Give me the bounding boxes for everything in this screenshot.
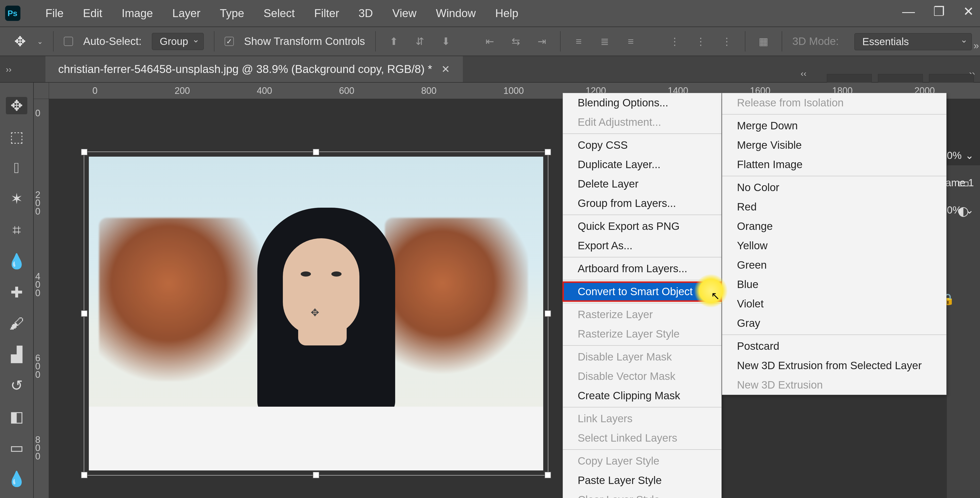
menu-image[interactable]: Image <box>112 7 162 20</box>
menu-item-quick-export-as-png[interactable]: Quick Export as PNG <box>563 217 721 236</box>
eraser-tool[interactable]: ◧ <box>6 408 27 425</box>
align-hcenter-icon[interactable]: ⇆ <box>508 33 524 49</box>
ruler-tick: 800 <box>35 436 45 460</box>
dist-left-icon[interactable]: ⋮ <box>667 33 682 49</box>
move-tool[interactable]: ✥ <box>6 97 27 114</box>
menu-item-green[interactable]: Green <box>722 255 946 275</box>
ruler-corner <box>34 82 49 99</box>
dist-top-icon[interactable]: ≡ <box>571 33 587 49</box>
marquee-tool[interactable]: ⬚ <box>6 128 27 146</box>
window-controls: — ❐ ✕ <box>902 4 974 19</box>
menu-item-gray[interactable]: Gray <box>722 314 946 333</box>
transform-handle[interactable] <box>544 149 551 155</box>
menu-3d[interactable]: 3D <box>349 7 383 20</box>
menu-type[interactable]: Type <box>210 7 254 20</box>
menu-item-copy-css[interactable]: Copy CSS <box>563 135 721 155</box>
menu-item-yellow[interactable]: Yellow <box>722 236 946 255</box>
menu-item-flatten-image[interactable]: Flatten Image <box>722 155 946 174</box>
chevron-down-icon[interactable]: ⌄ <box>965 204 974 216</box>
align-top-icon[interactable]: ⬆ <box>386 33 402 49</box>
align-bottom-icon[interactable]: ⬇ <box>438 33 454 49</box>
menu-item-create-clipping-mask[interactable]: Create Clipping Mask <box>563 386 721 405</box>
transform-checkbox[interactable]: ✓ <box>224 37 234 46</box>
menu-item-convert-to-smart-object[interactable]: Convert to Smart Object↖ <box>563 282 721 301</box>
spot-heal-tool[interactable]: ✚ <box>6 284 27 301</box>
auto-select-label: Auto-Select: <box>83 35 142 48</box>
menu-item-blue[interactable]: Blue <box>722 275 946 294</box>
transform-handle[interactable] <box>544 310 551 317</box>
gradient-tool[interactable]: ▭ <box>6 439 27 457</box>
options-overflow-icon[interactable]: » <box>974 40 979 51</box>
crop-tool[interactable]: ⌗ <box>6 221 27 239</box>
tool-preset-dropdown[interactable]: ⌄ <box>37 37 43 46</box>
menu-item-group-from-layers[interactable]: Group from Layers... <box>563 193 721 213</box>
align-vcenter-icon[interactable]: ⇵ <box>412 33 428 49</box>
document-tab-title: christian-ferrer-546458-unsplash.jpg @ 3… <box>58 63 432 76</box>
blur-tool[interactable]: 💧 <box>6 470 27 487</box>
maximize-button[interactable]: ❐ <box>933 4 945 19</box>
separator <box>563 303 721 303</box>
menu-view[interactable]: View <box>383 7 426 20</box>
menu-window[interactable]: Window <box>426 7 485 20</box>
panel-collapse-icon[interactable]: ‹‹ <box>800 68 807 78</box>
menu-file[interactable]: File <box>36 7 73 20</box>
menu-item-red[interactable]: Red <box>722 197 946 217</box>
menu-item-no-color[interactable]: No Color <box>722 178 946 197</box>
menu-item-select-linked-layers: Select Linked Layers <box>563 428 721 448</box>
workspace-dropdown[interactable]: Essentials <box>854 33 972 50</box>
quick-select-tool[interactable]: ✶ <box>6 190 27 208</box>
transform-handle[interactable] <box>313 149 319 155</box>
menu-item-paste-layer-style[interactable]: Paste Layer Style <box>563 471 721 490</box>
close-button[interactable]: ✕ <box>963 4 974 19</box>
minimize-button[interactable]: — <box>902 4 915 19</box>
dist-hcenter-icon[interactable]: ⋮ <box>693 33 709 49</box>
menu-item-export-as[interactable]: Export As... <box>563 236 721 255</box>
auto-align-icon[interactable]: ▦ <box>756 33 772 49</box>
menu-select[interactable]: Select <box>254 7 305 20</box>
app-logo: Ps <box>5 6 21 21</box>
stamp-tool[interactable]: ▟ <box>6 346 27 363</box>
menu-edit[interactable]: Edit <box>73 7 112 20</box>
separator <box>563 280 721 281</box>
ruler-tick: 600 <box>339 86 354 96</box>
menu-help[interactable]: Help <box>485 7 528 20</box>
chevron-down-icon[interactable]: ⌄ <box>965 149 974 161</box>
auto-select-checkbox[interactable] <box>64 37 73 46</box>
artboard[interactable] <box>89 157 543 471</box>
document-tab[interactable]: christian-ferrer-546458-unsplash.jpg @ 3… <box>45 56 463 82</box>
document-tab-close-icon[interactable]: ✕ <box>441 63 450 75</box>
menu-item-artboard-from-layers[interactable]: Artboard from Layers... <box>563 259 721 278</box>
dist-vcenter-icon[interactable]: ≣ <box>597 33 612 49</box>
menu-item-postcard[interactable]: Postcard <box>722 336 946 356</box>
menu-item-delete-layer[interactable]: Delete Layer <box>563 174 721 193</box>
align-left-icon[interactable]: ⇤ <box>482 33 498 49</box>
menu-item-merge-down[interactable]: Merge Down <box>722 116 946 135</box>
dist-right-icon[interactable]: ⋮ <box>719 33 735 49</box>
eyedropper-tool[interactable]: 💧 <box>6 252 27 270</box>
menu-item-duplicate-layer[interactable]: Duplicate Layer... <box>563 155 721 174</box>
menu-item-orange[interactable]: Orange <box>722 217 946 236</box>
history-brush-tool[interactable]: ↺ <box>6 377 27 394</box>
menu-filter[interactable]: Filter <box>305 7 349 20</box>
dist-bottom-icon[interactable]: ≡ <box>623 33 639 49</box>
transform-handle[interactable] <box>81 310 88 317</box>
menu-item-blending-options[interactable]: Blending Options... <box>563 93 721 113</box>
menu-item-rasterize-layer: Rasterize Layer <box>563 305 721 324</box>
separator <box>745 31 745 52</box>
toolbox-expander-icon[interactable]: ›› <box>0 64 18 74</box>
menu-item-merge-visible[interactable]: Merge Visible <box>722 135 946 155</box>
transform-handle[interactable] <box>313 472 319 478</box>
menu-item-disable-vector-mask: Disable Vector Mask <box>563 366 721 386</box>
menu-layer[interactable]: Layer <box>162 7 210 20</box>
align-right-icon[interactable]: ⇥ <box>534 33 550 49</box>
transform-handle[interactable] <box>544 472 551 478</box>
transform-handle[interactable] <box>81 149 88 155</box>
transform-handle[interactable] <box>81 472 88 478</box>
auto-select-dropdown[interactable]: Group <box>152 33 204 50</box>
menu-item-new-3d-extrusion-from-selected-layer[interactable]: New 3D Extrusion from Selected Layer <box>722 356 946 375</box>
separator <box>563 407 721 408</box>
brush-tool[interactable]: 🖌 <box>6 315 27 332</box>
menu-item-violet[interactable]: Violet <box>722 294 946 314</box>
image-content <box>385 218 528 381</box>
lasso-tool[interactable]: 𓍰 <box>6 159 27 176</box>
